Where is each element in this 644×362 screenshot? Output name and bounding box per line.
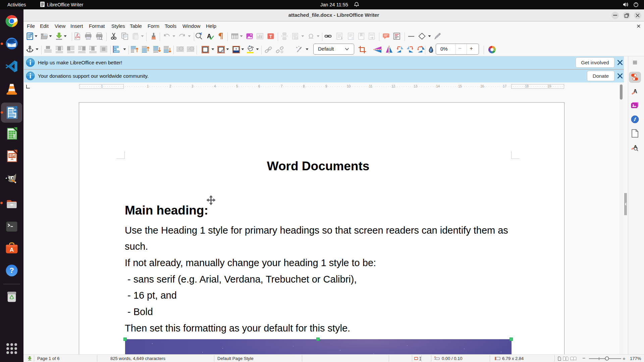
svg-text:A: A (10, 246, 14, 253)
svg-text:1: 1 (341, 36, 342, 40)
svg-text:?: ? (9, 266, 14, 275)
svg-text:Ω: Ω (309, 33, 314, 40)
svg-text:T: T (269, 34, 272, 39)
svg-text:i: i (352, 36, 353, 40)
